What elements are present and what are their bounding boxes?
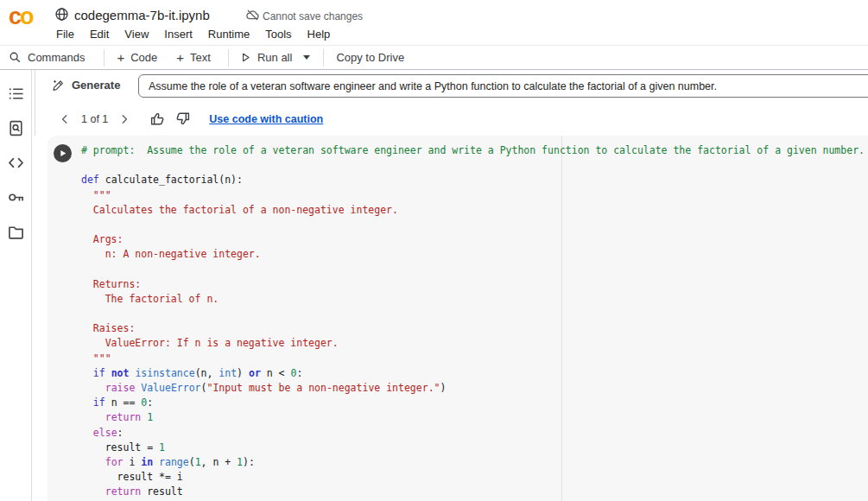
code-line: result *= i [81,470,868,485]
code-line [81,263,868,277]
menu-view[interactable]: View [117,28,156,41]
menu-runtime[interactable]: Runtime [200,28,257,41]
generate-row: Generate [35,70,868,102]
code-line [81,158,868,173]
chevron-down-icon[interactable] [303,55,310,60]
toolbar-divider [228,49,229,67]
thumbs-down-icon[interactable] [175,111,192,127]
generate-pencil-sparkle-icon [52,78,66,92]
suggestion-nav-row: 1 of 1 Use code with caution [35,102,868,136]
generate-button[interactable]: Generate [52,78,120,92]
public-globe-icon [54,7,69,22]
code-line: ValueError: If n is a negative integer. [81,336,868,351]
chevron-left-icon[interactable] [59,113,71,125]
play-icon [58,149,67,158]
add-text-button[interactable]: + Text [176,50,211,65]
table-of-contents-icon[interactable] [7,85,25,103]
run-all-button[interactable]: Run all [240,51,310,64]
files-folder-icon[interactable] [7,223,25,241]
thumbs-up-icon[interactable] [149,111,165,127]
code-line: return result [81,485,868,499]
run-cell-button[interactable] [54,144,72,162]
add-code-button[interactable]: + Code [117,50,157,65]
toolbar-divider [323,49,324,67]
find-in-page-icon[interactable] [7,119,25,137]
copy-to-drive-button[interactable]: Copy to Drive [336,51,404,64]
search-icon [9,51,22,64]
play-outline-icon [240,52,251,63]
code-line: Returns: [81,277,868,292]
code-line: # prompt: Assume the role of a veteran s… [81,143,868,158]
cloud-off-icon [245,8,260,22]
code-line: if not isinstance(n, int) or n < 0: [81,366,868,381]
colab-logo[interactable]: co [9,3,33,30]
menu-help[interactable]: Help [300,28,339,41]
code-line: n: A non-negative integer. [81,247,868,262]
code-line: """ [81,352,868,366]
code-snippets-icon[interactable] [7,154,25,172]
code-line: The factorial of n. [81,292,868,307]
code-line: Raises: [81,321,868,336]
left-sidebar [0,70,32,501]
code-editor[interactable]: # prompt: Assume the role of a veteran s… [81,143,868,501]
suggestion-counter: 1 of 1 [81,113,108,125]
code-line: Args: [81,232,868,247]
chevron-right-icon[interactable] [118,113,130,125]
use-code-with-caution-link[interactable]: Use code with caution [209,113,323,125]
menu-tools[interactable]: Tools [257,28,299,41]
save-status[interactable]: Cannot save changes [263,10,363,22]
code-line [81,218,868,232]
generate-prompt-input[interactable] [138,74,868,98]
menu-bar: File Edit View Insert Runtime Tools Help [48,24,338,43]
toolbar-divider [104,49,105,67]
menu-insert[interactable]: Insert [156,28,200,41]
code-line: else: [81,426,868,441]
code-cell: # prompt: Assume the role of a veteran s… [48,136,868,501]
colab-window: co codegemma-7b-it.ipynb Cannot save cha… [0,0,868,501]
notebook-toolbar: Commands + Code + Text Run all Copy to D… [0,45,868,70]
code-line: for i in range(1, n + 1): [81,455,868,470]
code-line: Calculates the factorial of a non-negati… [81,203,868,218]
code-line: result = 1 [81,441,868,455]
top-bar: co codegemma-7b-it.ipynb Cannot save cha… [0,0,868,45]
code-line [81,307,868,321]
notebook-title[interactable]: codegemma-7b-it.ipynb [74,8,210,22]
code-line: raise ValueError("Input must be a non-ne… [81,381,868,396]
code-line: """ [81,188,868,203]
plus-icon: + [117,50,124,65]
menu-file[interactable]: File [48,28,82,41]
menu-edit[interactable]: Edit [82,28,117,41]
generate-label: Generate [72,79,120,92]
plus-icon: + [176,50,184,65]
secrets-key-icon[interactable] [7,188,25,206]
code-line: if n == 0: [81,396,868,410]
commands-button[interactable]: Commands [9,51,85,64]
code-line: return 1 [81,410,868,425]
code-line: def calculate_factorial(n): [81,173,868,187]
